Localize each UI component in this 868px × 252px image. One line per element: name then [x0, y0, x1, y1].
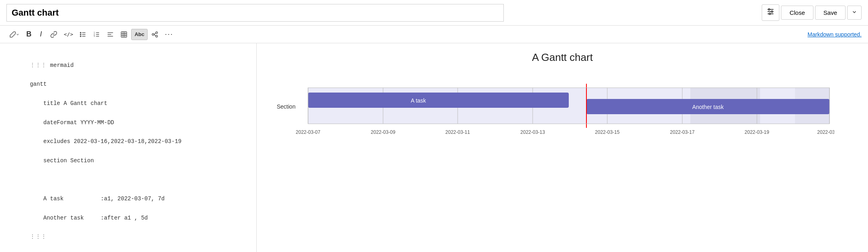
svg-rect-21: [122, 32, 127, 37]
section-label: Section: [277, 103, 296, 110]
editor-panel[interactable]: ⋮⋮⋮ mermaid gantt title A Gantt chart da…: [0, 43, 257, 252]
svg-text:3.: 3.: [94, 35, 95, 37]
date-label-0: 2022-03-07: [296, 129, 320, 135]
close-button[interactable]: Close: [781, 6, 813, 20]
brush-button[interactable]: [6, 29, 22, 40]
svg-point-10: [80, 34, 81, 34]
gantt-chart: Section A task Another task: [273, 72, 852, 152]
date-label-3: 2022-03-13: [520, 129, 545, 135]
align-button[interactable]: [104, 29, 117, 40]
main-content: ⋮⋮⋮ mermaid gantt title A Gantt chart da…: [0, 43, 868, 252]
list-ul-button[interactable]: [77, 29, 89, 40]
code-editor: ⋮⋮⋮ mermaid gantt title A Gantt chart da…: [10, 51, 247, 252]
code-button[interactable]: </>: [61, 29, 76, 40]
svg-point-3: [769, 9, 770, 10]
bold-button[interactable]: B: [23, 29, 34, 40]
title-input[interactable]: [6, 4, 504, 22]
svg-point-28: [156, 35, 158, 37]
italic-button[interactable]: I: [35, 29, 47, 40]
abc-button[interactable]: Abc: [131, 29, 148, 40]
svg-point-4: [771, 11, 773, 12]
more-button[interactable]: ···: [162, 29, 176, 40]
save-button[interactable]: Save: [815, 6, 846, 20]
date-label-7: 2022-03-21: [817, 129, 834, 135]
date-label-2: 2022-03-11: [445, 129, 470, 135]
link-button[interactable]: [47, 29, 60, 40]
svg-point-26: [152, 33, 154, 35]
list-ol-button[interactable]: 1. 2. 3.: [90, 29, 103, 40]
diagram-button[interactable]: [148, 29, 161, 40]
save-dropdown-button[interactable]: [847, 6, 862, 20]
date-label-5: 2022-03-17: [670, 129, 695, 135]
a-task-bar: [308, 93, 569, 108]
svg-point-9: [80, 32, 81, 33]
svg-point-5: [769, 13, 771, 15]
svg-line-29: [154, 33, 156, 34]
date-label-4: 2022-03-15: [595, 129, 620, 135]
toolbar: B I </> 1. 2. 3.: [0, 26, 868, 43]
header-actions: Close Save: [762, 4, 862, 21]
settings-button[interactable]: [762, 4, 779, 21]
header: Close Save: [0, 0, 868, 26]
another-task-label: Another task: [692, 104, 724, 110]
a-task-label: A task: [411, 97, 426, 104]
date-label-1: 2022-03-09: [371, 129, 395, 135]
table-button[interactable]: [118, 29, 130, 40]
markdown-link[interactable]: Markdown supported.: [807, 31, 862, 38]
svg-point-27: [156, 32, 158, 34]
svg-point-11: [80, 36, 81, 36]
date-label-6: 2022-03-19: [744, 129, 769, 135]
chart-title: A Gantt chart: [273, 51, 852, 64]
preview-panel: A Gantt chart: [257, 43, 868, 252]
svg-line-30: [154, 34, 156, 36]
